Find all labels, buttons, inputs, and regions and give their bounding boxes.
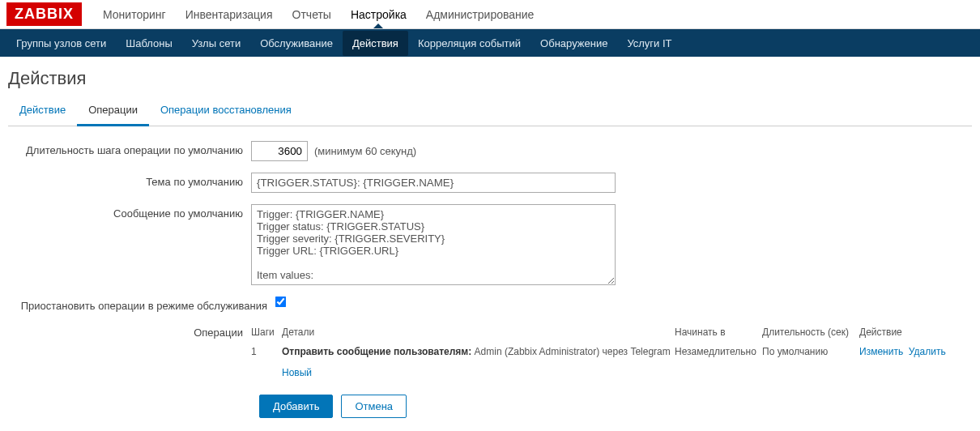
link-remove[interactable]: Удалить <box>909 346 946 357</box>
top-menu: Мониторинг Инвентаризация Отчеты Настрой… <box>93 2 543 28</box>
subnav-maintenance[interactable]: Обслуживание <box>250 31 343 56</box>
hdr-duration: Длительность (сек) <box>762 326 859 338</box>
label-default-subject: Тема по умолчанию <box>8 173 251 188</box>
top-nav: ZABBIX Мониторинг Инвентаризация Отчеты … <box>0 0 980 29</box>
tab-operations[interactable]: Операции <box>77 97 149 126</box>
row-step-duration: Длительность шага операции по умолчанию … <box>8 141 972 161</box>
subnav-hosts[interactable]: Узлы сети <box>182 31 250 56</box>
table-row: 1 Отправить сообщение пользователям: Adm… <box>251 341 972 362</box>
tabs: Действие Операции Операции восстановлени… <box>8 97 972 126</box>
details-strong: Отправить сообщение пользователям: <box>282 346 471 357</box>
row-operations: Операции Шаги Детали Начинать в Длительн… <box>8 323 972 383</box>
hint-step-duration: (минимум 60 секунд) <box>314 145 416 157</box>
cell-step: 1 <box>251 346 282 357</box>
logo[interactable]: ZABBIX <box>6 2 82 26</box>
add-button[interactable]: Добавить <box>259 395 333 418</box>
operations-header: Шаги Детали Начинать в Длительность (сек… <box>251 323 972 341</box>
hdr-action: Действие <box>859 326 972 338</box>
topnav-configuration[interactable]: Настройка <box>341 2 416 28</box>
hdr-details: Детали <box>282 326 675 338</box>
topnav-administration[interactable]: Администрирование <box>416 2 544 28</box>
link-new-operation[interactable]: Новый <box>282 367 312 378</box>
row-default-subject: Тема по умолчанию <box>8 173 972 193</box>
label-default-message: Сообщение по умолчанию <box>8 204 251 220</box>
subnav-hostgroups[interactable]: Группы узлов сети <box>6 31 116 56</box>
cancel-button[interactable]: Отмена <box>341 395 407 418</box>
row-default-message: Сообщение по умолчанию <box>8 204 972 285</box>
hdr-start: Начинать в <box>675 326 762 338</box>
sub-nav: Группы узлов сети Шаблоны Узлы сети Обсл… <box>0 29 980 57</box>
tab-action[interactable]: Действие <box>8 97 77 126</box>
label-step-duration: Длительность шага операции по умолчанию <box>8 141 251 156</box>
subnav-services[interactable]: Услуги IT <box>617 31 681 56</box>
topnav-monitoring[interactable]: Мониторинг <box>93 2 176 28</box>
row-new: Новый <box>251 362 972 383</box>
subnav-correlation[interactable]: Корреляция событий <box>408 31 530 56</box>
cell-duration: По умолчанию <box>762 346 859 357</box>
subnav-actions[interactable]: Действия <box>343 31 408 56</box>
input-default-subject[interactable] <box>251 173 616 193</box>
link-edit[interactable]: Изменить <box>859 346 903 357</box>
hdr-steps: Шаги <box>251 326 282 338</box>
operations-table: Шаги Детали Начинать в Длительность (сек… <box>251 323 972 383</box>
row-pause-maintenance: Приостановить операции в режиме обслужив… <box>8 297 972 312</box>
page-title: Действия <box>0 57 980 97</box>
subnav-templates[interactable]: Шаблоны <box>116 31 182 56</box>
label-pause-maintenance: Приостановить операции в режиме обслужив… <box>8 297 275 312</box>
topnav-inventory[interactable]: Инвентаризация <box>176 2 283 28</box>
cell-start: Незамедлительно <box>675 346 762 357</box>
checkbox-pause-maintenance[interactable] <box>275 297 287 308</box>
tab-recovery-operations[interactable]: Операции восстановления <box>149 97 303 126</box>
label-operations: Операции <box>8 323 251 339</box>
button-row: Добавить Отмена <box>259 395 972 418</box>
cell-action: Изменить Удалить <box>859 346 972 357</box>
form: Длительность шага операции по умолчанию … <box>0 126 980 426</box>
topnav-reports[interactable]: Отчеты <box>283 2 341 28</box>
subnav-discovery[interactable]: Обнаружение <box>530 31 617 56</box>
cell-details: Отправить сообщение пользователям: Admin… <box>282 346 675 357</box>
textarea-default-message[interactable] <box>251 204 616 285</box>
input-step-duration[interactable] <box>251 141 308 161</box>
details-rest: Admin (Zabbix Administrator) через Teleg… <box>471 346 671 357</box>
